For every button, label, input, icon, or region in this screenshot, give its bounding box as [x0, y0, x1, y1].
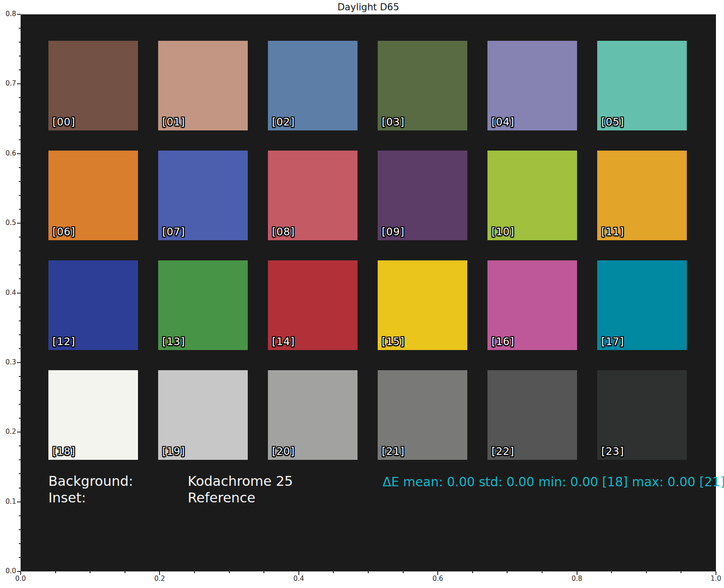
- y-axis-tick-label: 0.2: [0, 428, 16, 435]
- color-patch: [07]: [158, 151, 248, 240]
- y-axis-tick: [19, 195, 21, 196]
- patch-label: [13]: [162, 336, 185, 347]
- patch-label: [06]: [52, 226, 75, 238]
- color-patch: [17]: [597, 260, 687, 350]
- patch-label: [03]: [382, 116, 405, 128]
- x-axis-tick: [333, 571, 334, 573]
- y-axis-tick-label: 0.3: [0, 359, 16, 366]
- color-patch: [11]: [597, 151, 687, 240]
- x-axis-tick: [55, 571, 56, 573]
- patch-label: [22]: [491, 445, 514, 457]
- color-patch: [18]: [48, 370, 138, 460]
- color-patch: [20]: [268, 370, 358, 460]
- y-axis-tick: [17, 223, 21, 224]
- x-axis-tick: [403, 571, 404, 573]
- y-axis-tick: [17, 293, 21, 294]
- y-axis-tick: [19, 307, 21, 307]
- color-patch: [23]: [597, 370, 687, 460]
- y-axis-tick-label: 0.8: [0, 11, 16, 17]
- y-axis-tick-label: 0.4: [0, 290, 16, 296]
- patch-label: [16]: [491, 336, 514, 347]
- patch-label: [14]: [272, 336, 295, 347]
- y-axis-tick: [17, 502, 21, 502]
- x-axis-tick: [542, 571, 543, 573]
- patch-label: [10]: [491, 226, 514, 238]
- y-axis-tick: [19, 334, 21, 335]
- y-axis-tick: [19, 515, 21, 516]
- y-axis-tick: [19, 112, 21, 112]
- y-axis-tick-label: 0.0: [0, 568, 16, 575]
- patch-label: [21]: [382, 445, 405, 457]
- y-axis-tick: [19, 167, 21, 168]
- y-axis-tick: [17, 362, 21, 363]
- y-axis-tick: [19, 488, 21, 489]
- patch-label: [08]: [272, 226, 295, 238]
- patch-label: [19]: [162, 445, 185, 457]
- color-patch: [15]: [378, 260, 467, 350]
- x-axis-tick: [472, 571, 473, 573]
- patch-label: [11]: [601, 226, 624, 238]
- y-axis-tick: [17, 432, 21, 432]
- inset-value: Reference: [188, 491, 255, 505]
- color-patch: [04]: [487, 41, 577, 130]
- y-axis-tick: [19, 390, 21, 391]
- y-axis-tick: [19, 264, 21, 265]
- patch-label: [04]: [491, 116, 514, 128]
- x-axis-tick: [646, 571, 647, 573]
- background-label: Background:: [48, 475, 133, 488]
- x-axis-tick: [611, 571, 612, 573]
- y-axis-tick-label: 0.7: [0, 80, 16, 87]
- y-axis-tick: [19, 42, 21, 43]
- x-axis-tick: [507, 571, 508, 573]
- patch-label: [00]: [52, 116, 75, 128]
- patch-label: [07]: [162, 226, 185, 238]
- y-axis-tick: [19, 28, 21, 29]
- color-patch: [02]: [268, 41, 358, 130]
- color-patch: [13]: [158, 260, 248, 350]
- patch-label: [02]: [272, 116, 295, 128]
- x-axis-tick-label: 1.0: [706, 575, 724, 582]
- y-axis-tick: [19, 348, 21, 349]
- y-axis-tick: [19, 181, 21, 182]
- y-axis-tick: [19, 139, 21, 140]
- color-patch: [21]: [378, 370, 467, 460]
- color-patch: [09]: [378, 151, 467, 240]
- y-axis-tick: [19, 445, 21, 446]
- color-patch: [10]: [487, 151, 577, 240]
- x-axis-tick: [263, 571, 264, 573]
- y-axis-tick: [17, 14, 21, 15]
- patch-label: [15]: [382, 336, 405, 347]
- color-patch: [16]: [487, 260, 577, 350]
- x-axis-tick-label: 0.0: [11, 575, 30, 582]
- y-axis-tick: [17, 571, 21, 572]
- color-patch: [19]: [158, 370, 248, 460]
- y-axis-tick: [19, 543, 21, 544]
- color-patch: [05]: [597, 41, 687, 130]
- color-patch: [03]: [378, 41, 467, 130]
- x-axis-tick-label: 0.6: [428, 575, 448, 582]
- x-axis-tick: [681, 571, 681, 573]
- patch-label: [05]: [601, 116, 624, 128]
- y-axis-tick: [19, 278, 21, 279]
- y-axis-tick: [19, 320, 21, 321]
- patch-label: [18]: [52, 445, 75, 457]
- y-axis-tick: [19, 209, 21, 210]
- delta-e-summary: ΔE mean: 0.00 std: 0.00 min: 0.00 [18] m…: [383, 476, 724, 489]
- y-axis-tick: [17, 83, 21, 84]
- y-axis-tick: [19, 404, 21, 405]
- x-axis-tick: [90, 571, 90, 573]
- y-axis-tick: [19, 56, 21, 56]
- x-axis-tick-label: 0.2: [150, 575, 169, 582]
- y-axis-tick: [19, 69, 21, 70]
- y-axis-tick: [19, 125, 21, 126]
- color-patch: [22]: [487, 370, 577, 460]
- y-axis-tick: [19, 557, 21, 558]
- y-axis-tick: [19, 251, 21, 251]
- x-axis-tick: [368, 571, 369, 573]
- color-checker-figure: Daylight D65 [00][01][02][03][04][05][06…: [0, 0, 724, 588]
- x-axis-tick: [125, 571, 125, 573]
- color-patch: [06]: [48, 151, 138, 240]
- patch-label: [12]: [52, 336, 75, 347]
- y-axis-tick-label: 0.5: [0, 220, 16, 226]
- x-axis-tick-label: 0.4: [289, 575, 309, 582]
